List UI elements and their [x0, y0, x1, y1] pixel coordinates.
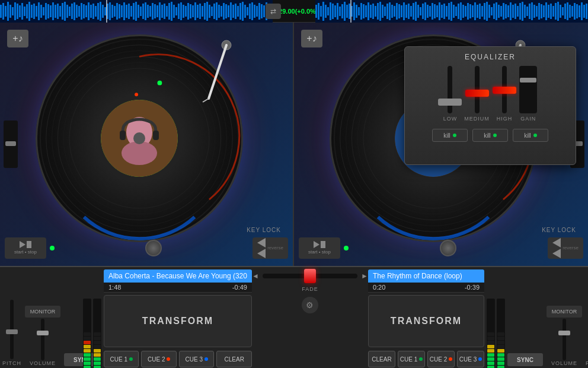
reverse-button-left[interactable]: reverse — [253, 237, 288, 259]
settings-button[interactable]: ⚙ — [302, 297, 318, 313]
monitor-button-left[interactable]: MONITOR — [25, 306, 60, 318]
deck-left-bottom-controls: start • stop reverse — [5, 234, 288, 261]
svg-rect-116 — [315, 5, 317, 18]
eq-gain-handle[interactable] — [520, 78, 536, 83]
svg-rect-169 — [441, 5, 443, 18]
eq-gain-track[interactable] — [519, 66, 537, 113]
play-stop-button-left[interactable]: start • stop — [5, 237, 46, 259]
svg-rect-210 — [538, 3, 540, 20]
svg-rect-179 — [465, 6, 466, 17]
track-info-right: The Rhythm of Dance (loop) 0:20 -0:39 TR… — [366, 267, 487, 368]
clear-button-left[interactable]: CLEAR — [216, 351, 251, 367]
clear-button-right[interactable]: CLEAR — [368, 351, 395, 367]
transform-button-right[interactable]: TRANSFORM — [368, 295, 484, 347]
svg-rect-216 — [552, 6, 554, 17]
monitor-button-right[interactable]: MONITOR — [547, 306, 582, 318]
volume-label-left: VOLUME — [30, 360, 56, 366]
waveform-right[interactable] — [315, 0, 588, 23]
svg-rect-84 — [199, 4, 201, 19]
svg-rect-100 — [237, 6, 239, 17]
svg-rect-222 — [567, 2, 568, 20]
svg-rect-50 — [119, 4, 120, 18]
cue1-button-left[interactable]: CUE 1 — [104, 351, 139, 367]
svg-rect-193 — [498, 5, 500, 18]
svg-rect-38 — [90, 5, 92, 18]
cue2-button-left[interactable]: CUE 2 — [141, 351, 176, 367]
cue3-button-right[interactable]: CUE 3 — [457, 351, 484, 367]
svg-rect-13 — [31, 5, 33, 18]
svg-rect-181 — [469, 4, 471, 18]
svg-rect-126 — [339, 7, 341, 16]
eq-high-track[interactable] — [502, 66, 507, 113]
svg-rect-34 — [81, 3, 82, 20]
crossfader-arrow-left[interactable]: ◄ — [252, 272, 259, 280]
eq-gain-column: GAIN — [519, 66, 537, 125]
svg-rect-98 — [232, 5, 234, 18]
svg-rect-19 — [45, 3, 47, 20]
eq-kill-medium-button[interactable]: kill — [472, 129, 508, 142]
pitch-knob-right[interactable] — [440, 240, 456, 256]
svg-rect-54 — [128, 4, 130, 19]
add-music-button-right[interactable]: +♪ — [301, 30, 322, 47]
reverse-button-right[interactable]: reverse — [548, 237, 583, 259]
sync-icon-left[interactable]: ⇄ — [266, 4, 281, 19]
cue2-button-right[interactable]: CUE 2 — [427, 351, 455, 367]
mixer: PITCH MONITOR VOLUME SYNC — [0, 266, 588, 368]
svg-rect-6 — [14, 2, 16, 20]
svg-rect-229 — [583, 5, 585, 18]
eq-medium-handle[interactable] — [465, 90, 489, 97]
svg-rect-128 — [344, 2, 346, 21]
deck-left: +♪ — [0, 23, 294, 266]
svg-rect-199 — [512, 5, 514, 18]
eq-medium-track[interactable] — [475, 66, 480, 113]
svg-rect-121 — [327, 7, 329, 15]
svg-rect-8 — [19, 5, 21, 17]
eq-low-handle[interactable] — [438, 99, 462, 106]
svg-rect-151 — [398, 4, 400, 18]
pitch-fader-left[interactable] — [10, 300, 14, 359]
svg-rect-156 — [410, 6, 412, 17]
crossfader-track[interactable] — [263, 274, 357, 278]
svg-rect-182 — [472, 5, 474, 17]
svg-rect-203 — [522, 2, 523, 21]
svg-rect-134 — [358, 7, 360, 15]
eq-kill-low-button[interactable]: kill — [432, 129, 468, 142]
waveform-left[interactable] — [0, 0, 273, 23]
svg-rect-202 — [519, 3, 521, 20]
svg-rect-70 — [166, 6, 168, 17]
svg-rect-1 — [2, 3, 4, 20]
svg-rect-32 — [76, 5, 78, 18]
eq-low-track[interactable] — [448, 66, 452, 113]
svg-rect-135 — [360, 3, 362, 20]
add-music-button-left[interactable]: +♪ — [7, 30, 28, 47]
svg-rect-62 — [147, 5, 149, 18]
svg-rect-11 — [26, 4, 28, 18]
svg-rect-66 — [156, 5, 158, 17]
svg-rect-0 — [0, 5, 2, 18]
svg-rect-164 — [429, 6, 431, 17]
volume-fader-right[interactable] — [563, 319, 566, 360]
svg-rect-207 — [531, 2, 533, 20]
svg-rect-204 — [524, 5, 526, 18]
svg-point-245 — [136, 135, 143, 142]
svg-rect-68 — [161, 5, 163, 18]
svg-rect-165 — [432, 3, 433, 20]
eq-high-handle[interactable] — [493, 87, 516, 94]
svg-rect-22 — [52, 2, 54, 20]
track-time-right: 0:20 -0:39 — [368, 283, 484, 293]
cue1-button-right[interactable]: CUE 1 — [398, 351, 425, 367]
crossfader-arrow-right[interactable]: ► — [361, 272, 368, 280]
sync-button-right[interactable]: SYNC — [507, 353, 543, 366]
volume-fader-left[interactable] — [41, 319, 44, 360]
turntable-left[interactable] — [36, 34, 243, 242]
cue3-button-left[interactable]: CUE 3 — [179, 351, 214, 367]
pitch-knob-left[interactable] — [145, 240, 162, 256]
transform-button-left[interactable]: TRANSFORM — [104, 295, 252, 347]
play-stop-button-right[interactable]: start • stop — [299, 237, 340, 259]
svg-rect-130 — [349, 4, 350, 19]
crossfader-handle[interactable] — [304, 269, 316, 283]
eq-kill-high-button[interactable]: kill — [513, 129, 548, 142]
svg-rect-205 — [526, 7, 528, 16]
svg-rect-56 — [133, 3, 135, 20]
svg-rect-142 — [377, 3, 379, 20]
